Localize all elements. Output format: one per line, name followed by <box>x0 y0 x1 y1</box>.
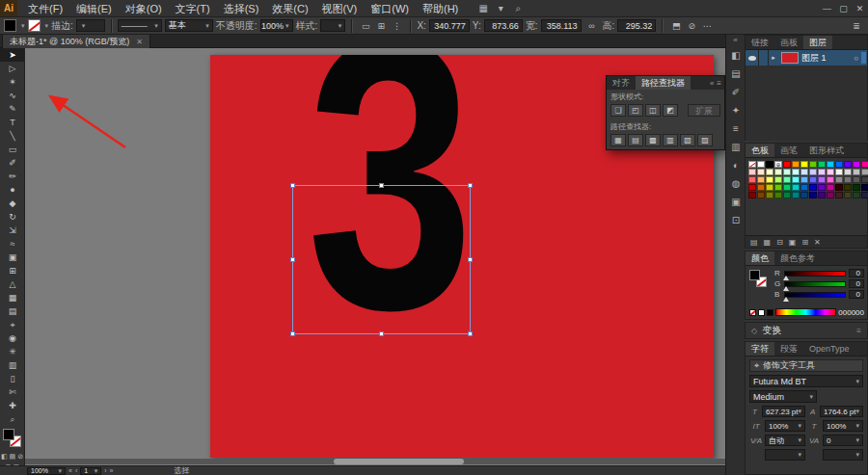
slider-handle[interactable] <box>783 276 789 280</box>
fill-color-swatch[interactable] <box>4 19 16 32</box>
swatch[interactable] <box>757 192 765 198</box>
tab-color[interactable]: 颜色 <box>746 251 774 265</box>
perspective-grid-tool[interactable]: △ <box>0 277 25 291</box>
swatch[interactable] <box>861 161 868 168</box>
black-swatch[interactable] <box>767 309 773 316</box>
swatch-options-icon[interactable]: ⊟ <box>776 236 783 249</box>
selection-handle[interactable] <box>290 257 295 262</box>
expand-button[interactable]: 扩展 <box>688 104 720 117</box>
zoom-select[interactable]: 100%▾ <box>27 467 66 475</box>
menubar-item[interactable]: 视图(V) <box>315 0 365 17</box>
direct-selection-tool[interactable]: ▷ <box>0 62 25 75</box>
minus-back-button[interactable]: ▨ <box>697 134 713 146</box>
swatch[interactable] <box>757 176 765 183</box>
selection-handle[interactable] <box>290 183 295 188</box>
stroke-panel-icon[interactable]: ≡ <box>726 119 746 138</box>
type-tool[interactable]: T <box>0 116 25 129</box>
swatch-libraries-icon[interactable]: ▤ <box>750 236 758 249</box>
column-graph-tool[interactable]: ▥ <box>0 358 25 372</box>
document-tab[interactable]: 未标题-1* @ 100% (RGB/预览) ✕ <box>2 35 150 48</box>
gradient-mode-icon[interactable]: ▤ <box>10 453 16 461</box>
layer-thumbnail[interactable] <box>781 52 799 64</box>
font-style-select[interactable]: Medium▾ <box>749 390 817 403</box>
slider-value-field[interactable]: 0 <box>849 269 864 277</box>
swatch[interactable] <box>783 192 791 198</box>
none-swatch[interactable] <box>749 309 756 316</box>
blob-brush-tool[interactable]: ● <box>0 183 25 197</box>
exclude-button[interactable]: ◩ <box>663 104 678 117</box>
canvas[interactable]: 3 对齐 路径查找器 «≡ 形状模式: ❑◰◫◩ 扩展 路径查找器: ▦▤▩▥▧… <box>25 48 725 465</box>
swatch[interactable] <box>792 161 800 168</box>
slider-track[interactable] <box>784 281 846 287</box>
width-tool[interactable]: ≈ <box>0 237 25 251</box>
tab-links[interactable]: 链接 <box>746 36 774 49</box>
search-icon[interactable]: ⌕ <box>509 3 527 14</box>
swatch[interactable] <box>827 169 834 175</box>
arrange-documents-icon[interactable]: ▦ <box>475 3 492 14</box>
swatches-panel-icon[interactable]: ▤ <box>726 65 746 83</box>
swatch[interactable] <box>853 184 860 191</box>
magic-wand-tool[interactable]: ✶ <box>0 75 25 89</box>
height-field[interactable]: 295.32 <box>617 19 656 32</box>
new-color-group-icon[interactable]: ▣ <box>789 236 797 249</box>
swatch[interactable] <box>792 192 800 198</box>
maximize-button[interactable]: ▢ <box>835 0 852 17</box>
color-spectrum[interactable] <box>775 308 836 316</box>
swatch[interactable] <box>757 169 765 175</box>
shape-builder-tool[interactable]: ⊞ <box>0 264 25 277</box>
pencil-tool[interactable]: ✏ <box>0 170 25 183</box>
swatch[interactable] <box>748 161 756 168</box>
artboard-tool[interactable]: ▯ <box>0 372 25 385</box>
gradient-tool[interactable]: ▤ <box>0 304 25 318</box>
swatch[interactable] <box>844 184 852 191</box>
tab-opentype[interactable]: OpenType <box>803 342 855 356</box>
minimize-button[interactable]: — <box>819 0 835 17</box>
slider-handle[interactable] <box>783 286 789 291</box>
links-panel-icon[interactable]: ⊡ <box>726 211 746 229</box>
swatch[interactable] <box>800 169 808 175</box>
tracking-field[interactable]: 0▾ <box>823 435 863 446</box>
swatch[interactable] <box>774 184 782 191</box>
workspace-icon[interactable]: ▾ <box>492 3 509 14</box>
link-dimensions-icon[interactable]: ∞ <box>584 19 600 33</box>
color-panel-icon[interactable]: ◧ <box>726 46 746 65</box>
swatch[interactable] <box>800 161 808 168</box>
close-button[interactable]: ✕ <box>852 0 868 17</box>
stroke-color-swatch[interactable] <box>28 19 41 32</box>
swatch[interactable] <box>748 169 756 175</box>
swatch[interactable] <box>800 192 808 198</box>
tab-swatches[interactable]: 色板 <box>746 144 774 157</box>
graphic-styles-panel-icon[interactable]: ▣ <box>726 193 746 211</box>
swatch[interactable] <box>835 161 843 168</box>
unite-button[interactable]: ❑ <box>610 104 626 117</box>
stroke-caret-icon[interactable]: ▾ <box>45 22 49 30</box>
swatch[interactable] <box>844 161 852 168</box>
swatch[interactable] <box>835 184 843 191</box>
pen-tool[interactable]: ✎ <box>0 102 25 116</box>
width-profile-select[interactable]: ———▾ <box>118 19 162 32</box>
swatch[interactable] <box>774 192 782 198</box>
artboard-number-field[interactable]: 1▾ <box>80 467 101 475</box>
selection-handle[interactable] <box>468 257 473 262</box>
swatch[interactable] <box>766 184 773 191</box>
outline-button[interactable]: ▧ <box>680 134 695 146</box>
swatch[interactable] <box>766 176 773 183</box>
paintbrush-tool[interactable]: ✐ <box>0 156 25 170</box>
selection-handle[interactable] <box>468 331 473 336</box>
touch-type-tool-button[interactable]: ⌖ 修饰文字工具 <box>749 359 863 372</box>
swatch[interactable] <box>792 184 800 191</box>
swatch[interactable] <box>827 176 834 183</box>
swatch[interactable] <box>835 169 843 175</box>
swatch[interactable] <box>783 169 791 175</box>
tab-graphic-styles[interactable]: 图形样式 <box>803 144 850 157</box>
swatch[interactable] <box>800 176 808 183</box>
lock-toggle[interactable] <box>759 50 769 66</box>
expand-icon[interactable]: ▸ <box>769 54 778 62</box>
white-swatch[interactable] <box>758 309 765 316</box>
selection-handle[interactable] <box>468 183 473 188</box>
target-circle-icon[interactable]: ○ <box>854 54 858 63</box>
swatch[interactable] <box>827 184 834 191</box>
intersect-button[interactable]: ◫ <box>645 104 661 117</box>
swatch[interactable] <box>844 169 852 175</box>
transform-menu-icon[interactable]: ≡ <box>856 327 861 335</box>
